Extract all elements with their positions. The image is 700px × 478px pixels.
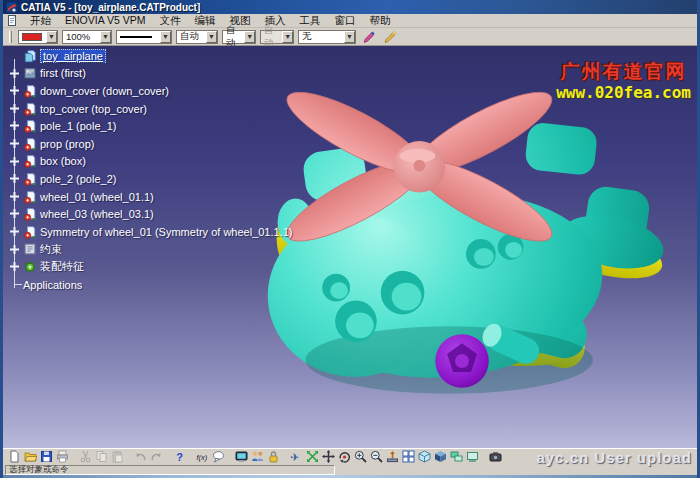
- lineweight-combo-arrow-icon[interactable]: ▼: [206, 31, 217, 43]
- menu-工具[interactable]: 工具: [293, 14, 328, 27]
- tree-item-top_cover[interactable]: top_cover (top_cover): [7, 100, 287, 118]
- tree-item-label[interactable]: pole_1 (pole_1): [40, 120, 116, 132]
- tree-item-约束[interactable]: 约束: [7, 241, 287, 259]
- lock-button[interactable]: [266, 450, 280, 464]
- fit-all-button[interactable]: [305, 450, 319, 464]
- shaded-view-button[interactable]: [433, 450, 447, 464]
- normal-view-button[interactable]: [385, 450, 399, 464]
- lineweight-value: 自动: [180, 30, 199, 43]
- constraints-icon: [23, 242, 37, 256]
- tree-item-prop[interactable]: prop (prop): [7, 135, 287, 153]
- tree-item-wheel_03[interactable]: wheel_03 (wheel_03.1): [7, 205, 287, 223]
- tree-item-label[interactable]: Applications: [23, 279, 82, 291]
- menu-帮助[interactable]: 帮助: [363, 14, 398, 27]
- chat-button[interactable]: [211, 450, 225, 464]
- expand-plus-icon[interactable]: [9, 226, 20, 237]
- expand-plus-icon[interactable]: [9, 173, 20, 184]
- tree-item-wheel_01[interactable]: wheel_01 (wheel_01.1): [7, 188, 287, 206]
- menu-编辑[interactable]: 编辑: [188, 14, 223, 27]
- pointstyle-combo-arrow-icon[interactable]: ▼: [244, 31, 255, 43]
- tree-item-label[interactable]: toy_airplane: [40, 49, 106, 63]
- color-combo[interactable]: ▼: [18, 30, 58, 44]
- tree-item-toy_airplane[interactable]: toy_airplane: [7, 47, 287, 65]
- tree-item-box[interactable]: box (box): [7, 153, 287, 171]
- tree-item-label[interactable]: wheel_01 (wheel_01.1): [40, 191, 154, 203]
- opacity-combo-arrow-icon[interactable]: ▼: [100, 31, 111, 43]
- expand-plus-icon[interactable]: [9, 103, 20, 114]
- camera-button[interactable]: [488, 450, 502, 464]
- tree-item-first[interactable]: first (first): [7, 65, 287, 83]
- swap-view-button[interactable]: [465, 450, 479, 464]
- iso-view-button[interactable]: [417, 450, 431, 464]
- menu-文件[interactable]: 文件: [153, 14, 188, 27]
- tree-item-down_cover[interactable]: down_cover (down_cover): [7, 82, 287, 100]
- swap-view-icon: [466, 450, 479, 463]
- pan-button[interactable]: [321, 450, 335, 464]
- hide-show-button[interactable]: [449, 450, 463, 464]
- tree-item-label[interactable]: Symmetry of wheel_01 (Symmetry of wheel_…: [40, 226, 293, 238]
- layer-combo-arrow-icon[interactable]: ▼: [344, 31, 355, 43]
- lineweight-combo[interactable]: 自动 ▼: [176, 30, 218, 44]
- upload-watermark: ayc.cn User upload: [536, 449, 692, 466]
- formula-button[interactable]: f(x): [195, 450, 209, 464]
- expand-plus-icon[interactable]: [9, 85, 20, 96]
- color-combo-arrow-icon[interactable]: ▼: [46, 31, 57, 43]
- zoom-in-button[interactable]: [353, 450, 367, 464]
- 3d-viewport[interactable]: toy_airplanefirst (first)down_cover (dow…: [3, 46, 697, 448]
- menu-窗口[interactable]: 窗口: [328, 14, 363, 27]
- tree-item-pole_1[interactable]: pole_1 (pole_1): [7, 117, 287, 135]
- specification-tree: toy_airplanefirst (first)down_cover (dow…: [7, 47, 287, 293]
- tree-item-label[interactable]: 约束: [40, 242, 62, 257]
- toolbar-grip[interactable]: [9, 31, 12, 43]
- tree-item-applications[interactable]: Applications: [7, 276, 287, 294]
- painter-button[interactable]: [360, 29, 377, 45]
- expand-plus-icon[interactable]: [9, 120, 20, 131]
- fly-icon: ✈: [290, 450, 303, 463]
- wizard-button[interactable]: [381, 29, 398, 45]
- tree-item-pole_2[interactable]: pole_2 (pole_2): [7, 170, 287, 188]
- title-bar[interactable]: CATIA V5 - [toy_airplane.CATProduct]: [3, 0, 697, 14]
- pointstyle-combo[interactable]: 自动 ▼: [222, 30, 256, 44]
- tree-item-label[interactable]: box (box): [40, 155, 86, 167]
- fly-button[interactable]: ✈: [289, 450, 303, 464]
- product-icon: [23, 49, 37, 63]
- chat-icon: [212, 450, 225, 463]
- expand-plus-icon[interactable]: [9, 244, 20, 255]
- layer-combo[interactable]: 无 ▼: [298, 30, 356, 44]
- tree-item-label[interactable]: pole_2 (pole_2): [40, 173, 116, 185]
- document-menu-icon[interactable]: [7, 15, 18, 26]
- expand-plus-icon[interactable]: [9, 208, 20, 219]
- site-watermark: 广州有道官网 www.020fea.com: [556, 61, 691, 103]
- menu-enovia-v5-vpm[interactable]: ENOVIA V5 VPM: [58, 14, 153, 27]
- expand-plus-icon[interactable]: [9, 156, 20, 167]
- users-button[interactable]: [250, 450, 264, 464]
- linetype-combo-arrow-icon[interactable]: ▼: [160, 31, 171, 43]
- expand-plus-icon[interactable]: [9, 138, 20, 149]
- zoom-out-button[interactable]: [369, 450, 383, 464]
- tree-item-label[interactable]: down_cover (down_cover): [40, 85, 169, 97]
- tree-item-label[interactable]: wheel_03 (wheel_03.1): [40, 208, 154, 220]
- tree-item-label[interactable]: top_cover (top_cover): [40, 103, 147, 115]
- new-document-button[interactable]: [7, 450, 21, 464]
- tree-item-装配特征[interactable]: 装配特征: [7, 258, 287, 276]
- open-folder-button[interactable]: [23, 450, 37, 464]
- opacity-combo[interactable]: 100% ▼: [62, 30, 112, 44]
- help-button[interactable]: ?: [172, 450, 186, 464]
- part-icon: [23, 119, 37, 133]
- linetype-combo[interactable]: ▼: [116, 30, 172, 44]
- monitor-button[interactable]: [234, 450, 248, 464]
- tree-item-label[interactable]: prop (prop): [40, 138, 94, 150]
- expand-plus-icon[interactable]: [9, 191, 20, 202]
- tree-item-label[interactable]: first (first): [40, 67, 86, 79]
- rotate-button[interactable]: [337, 450, 351, 464]
- toolbar-group: [234, 450, 280, 464]
- save-button[interactable]: [39, 450, 53, 464]
- expand-plus-icon[interactable]: [9, 68, 20, 79]
- model-group[interactable]: [268, 78, 669, 393]
- multi-view-button[interactable]: [401, 450, 415, 464]
- tree-item-label[interactable]: 装配特征: [40, 259, 84, 274]
- expand-plus-icon[interactable]: [9, 261, 20, 272]
- tree-item-symmetry[interactable]: Symmetry of wheel_01 (Symmetry of wheel_…: [7, 223, 287, 241]
- print-button[interactable]: [55, 450, 69, 464]
- menu-开始[interactable]: 开始: [23, 14, 58, 27]
